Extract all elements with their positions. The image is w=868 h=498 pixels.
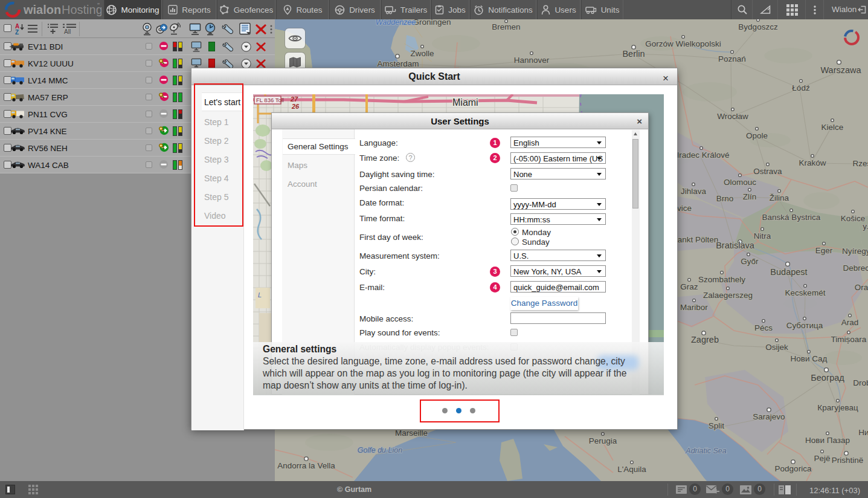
svg-text:26: 26 — [291, 103, 300, 110]
svg-text:Z: Z — [15, 29, 19, 34]
svg-text:Hosting: Hosting — [62, 3, 101, 16]
svg-text:”: ” — [97, 2, 100, 10]
svg-text:All: All — [64, 28, 71, 34]
svg-text:wialon: wialon — [23, 3, 61, 16]
svg-text:27: 27 — [290, 95, 298, 103]
svg-text:FL 836 Toll: FL 836 Toll — [256, 97, 284, 103]
svg-text:L: L — [258, 291, 262, 299]
svg-text:Miami: Miami — [452, 97, 478, 108]
